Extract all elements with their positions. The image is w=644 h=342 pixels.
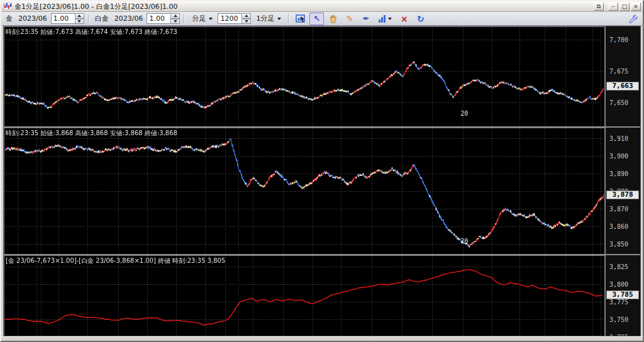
price-axis-label: 3,860 <box>609 223 628 230</box>
bar-count-stepper[interactable]: 1200 <box>218 13 251 24</box>
price-axis-label: 3,750 <box>609 316 628 323</box>
date-change-label: 20 <box>460 110 468 117</box>
price-axis-label: 3,910 <box>609 135 628 142</box>
chevron-down-icon <box>277 18 281 20</box>
quill-draw-icon: ✒ <box>362 14 369 23</box>
price-axis-label: 3,825 <box>609 263 628 270</box>
close-button[interactable]: × <box>631 3 641 11</box>
chart-region: 時刻:23:35 始値:7,673 高値:7,674 安値:7,673 終値:7… <box>3 26 641 336</box>
price-axis-label: 7,700 <box>609 36 628 43</box>
bar-count-down[interactable] <box>242 19 251 25</box>
toolbar-separator <box>288 14 289 24</box>
gold-price-axis[interactable]: 7,7007,6757,6507,663 <box>605 26 640 126</box>
select-arrow-icon: ↖ <box>313 14 320 23</box>
settings-button[interactable] <box>626 13 640 25</box>
platinum-multiplier-stepper[interactable]: 1.00 <box>147 13 180 24</box>
spread-line-panel: [金 23/06-7,673×1.00]-[白金 23/06-3,868×1.0… <box>4 254 640 336</box>
maximize-button[interactable]: □ <box>619 3 630 11</box>
settings-wrench-icon <box>629 14 638 23</box>
price-axis-label: 7,675 <box>609 68 628 75</box>
interval-type-dropdown[interactable]: 分足 <box>189 13 216 25</box>
gold-multiplier-value[interactable]: 1.00 <box>51 13 75 24</box>
chevron-down-icon <box>209 18 213 20</box>
chart-type-icon <box>379 15 386 23</box>
current-price-badge: 3,878 <box>606 190 639 199</box>
gold-candle-panel: 時刻:23:35 始値:7,673 高値:7,674 安値:7,673 終値:7… <box>4 26 640 126</box>
spread-line-plot[interactable] <box>4 255 605 336</box>
toolbar-separator <box>88 14 89 24</box>
bar-count-value[interactable]: 1200 <box>218 13 242 24</box>
current-price-badge: 3,785 <box>606 290 639 299</box>
gold-multiplier-up[interactable] <box>75 13 84 19</box>
toolbar-separator <box>184 14 185 24</box>
pencil-draw-icon: ✎ <box>346 14 353 23</box>
hand-pan-icon <box>329 14 338 23</box>
gold-ohlc-info: 時刻:23:35 始値:7,673 高値:7,674 安値:7,673 終値:7… <box>6 28 177 36</box>
interval-dropdown[interactable]: 1分足 <box>253 13 284 25</box>
platinum-month[interactable]: 2023/06 <box>113 14 145 23</box>
platinum-multiplier-up[interactable] <box>170 13 180 19</box>
float-window-button[interactable]: ⧉ <box>594 3 604 11</box>
platinum-multiplier-down[interactable] <box>170 19 180 25</box>
platinum-label: 白金 <box>93 14 111 23</box>
gold-multiplier-down[interactable] <box>75 19 84 25</box>
platinum-multiplier-value[interactable]: 1.00 <box>147 13 170 24</box>
titlebar: 金1分足[2023/06]1.00 - 白金1分足[2023/06]1.00 ⧉… <box>1 1 643 12</box>
chart-type-button[interactable] <box>375 13 395 25</box>
pan-tool-button[interactable] <box>326 13 340 25</box>
platinum-candle-panel: 時刻:23:35 始値:3,868 高値:3,868 安値:3,868 終値:3… <box>4 126 640 254</box>
toolbar: 金 2023/06 1.00 白金 2023/06 1.00 分足 1200 <box>1 12 643 26</box>
date-change-label: 20 <box>460 238 468 245</box>
price-axis-label: 3,850 <box>609 241 628 248</box>
quill-tool-button[interactable]: ✒ <box>358 13 373 25</box>
app-icon <box>3 3 12 10</box>
chart-window: 金1分足[2023/06]1.00 - 白金1分足[2023/06]1.00 ⧉… <box>0 0 644 342</box>
clear-drawings-icon: × <box>401 14 408 24</box>
price-axis-label: 7,650 <box>609 99 628 106</box>
gold-label: 金 <box>4 14 14 23</box>
refresh-button[interactable]: ↻ <box>413 13 428 25</box>
chart-cursor-button[interactable] <box>293 13 308 25</box>
price-axis-label: 3,890 <box>609 170 628 177</box>
refresh-icon: ↻ <box>417 14 425 24</box>
platinum-price-axis[interactable]: 3,9103,9003,8903,8803,8703,8603,8503,878 <box>605 128 640 254</box>
window-title: 金1分足[2023/06]1.00 - 白金1分足[2023/06]1.00 <box>14 2 591 11</box>
status-strip <box>1 336 643 341</box>
spread-price-axis[interactable]: 3,8253,8003,7753,7503,7253,785 <box>605 255 640 336</box>
price-axis-label: 3,775 <box>609 299 628 306</box>
gold-multiplier-stepper[interactable]: 1.00 <box>51 13 84 24</box>
minimize-button[interactable]: – <box>608 3 618 11</box>
chevron-down-icon <box>388 18 392 20</box>
price-axis-label: 3,900 <box>609 153 628 160</box>
clear-drawings-button[interactable]: × <box>397 13 411 25</box>
chart-cursor-icon <box>296 14 306 23</box>
bar-count-up[interactable] <box>242 13 251 19</box>
price-axis-label: 3,870 <box>609 206 628 212</box>
platinum-ohlc-info: 時刻:23:35 始値:3,868 高値:3,868 安値:3,868 終値:3… <box>6 129 177 138</box>
spread-info: [金 23/06-7,673×1.00]-[白金 23/06-3,868×1.0… <box>6 256 225 265</box>
gold-month[interactable]: 2023/06 <box>16 14 49 23</box>
select-tool-button[interactable]: ↖ <box>309 13 324 25</box>
price-axis-label: 3,800 <box>609 281 628 288</box>
pencil-tool-button[interactable]: ✎ <box>342 13 357 25</box>
current-price-badge: 7,663 <box>606 82 639 91</box>
